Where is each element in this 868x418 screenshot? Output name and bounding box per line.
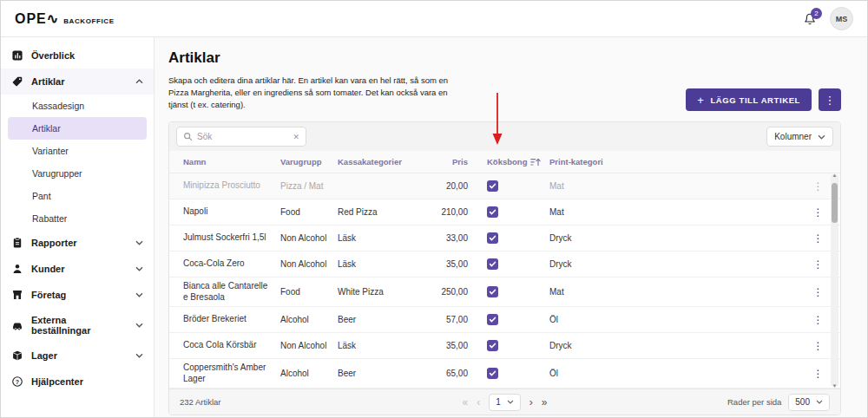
clipboard-icon — [11, 237, 23, 249]
notifications-button[interactable]: 2 — [804, 13, 816, 25]
sidebar-item-kunder[interactable]: Kunder — [1, 256, 154, 282]
kitchen-receipt-checkbox[interactable] — [487, 368, 498, 379]
kitchen-receipt-checkbox[interactable] — [487, 232, 498, 244]
page-select[interactable]: 1 — [489, 394, 521, 411]
search-box[interactable]: ✕ — [176, 127, 306, 147]
table-row[interactable]: Minipizza Prosciutto Pizza / Mat 20,00 M… — [169, 173, 840, 199]
cell-name: Minipizza Prosciutto — [183, 177, 280, 195]
cell-print-kategori: Dryck — [541, 233, 806, 243]
column-header-pris[interactable]: Pris — [418, 157, 468, 167]
cell-print-kategori: Öl — [541, 315, 806, 324]
add-article-button[interactable]: + LÄGG TILL ARTIKEL — [686, 88, 812, 111]
sidebar-item-externa-bestallningar[interactable]: Externa beställningar — [1, 308, 154, 343]
sidebar-item-varugrupper[interactable]: Varugrupper — [8, 162, 147, 185]
cell-varugrupp: Non Alcohol — [280, 259, 338, 269]
storefront-icon — [11, 289, 23, 301]
cell-print-kategori: Öl — [541, 369, 806, 378]
columns-dropdown[interactable]: Kolumner — [766, 127, 833, 147]
cell-kassakategorier: Red Pizza — [338, 207, 418, 217]
table-row[interactable]: Bröder Brekeriet Alcohol Beer 57,00 Öl ⋮ — [169, 307, 840, 333]
table-row[interactable]: Coca Cola Körsbär Non Alcohol Läsk 35,00… — [169, 333, 840, 359]
row-menu-button[interactable]: ⋮ — [806, 180, 832, 193]
page-actions-menu-button[interactable]: ⋮ — [819, 88, 841, 111]
article-count: 232 Artiklar — [180, 397, 221, 407]
cell-kassakategorier: Läsk — [338, 259, 418, 269]
articles-icon — [11, 75, 23, 88]
row-menu-button[interactable]: ⋮ — [806, 340, 832, 352]
cell-varugrupp: Non Alcohol — [280, 233, 338, 243]
sidebar-item-label: Lager — [31, 350, 57, 361]
chevron-down-icon — [135, 266, 143, 271]
scroll-down-icon[interactable]: ▼ — [831, 383, 838, 389]
chevron-down-icon — [135, 240, 143, 245]
sidebar-item-overblick[interactable]: Överblick — [1, 42, 154, 69]
cell-pris: 57,00 — [418, 315, 468, 324]
kitchen-receipt-checkbox[interactable] — [487, 314, 498, 325]
chevron-down-icon — [818, 134, 825, 140]
chevron-down-icon — [135, 323, 143, 328]
table-row[interactable]: Julmust Sockerfri 1,5l Non Alcohol Läsk … — [169, 225, 840, 251]
sidebar-item-varianter[interactable]: Varianter — [8, 140, 147, 162]
table-row[interactable]: Bianca alle Cantarelle e Bresaola Food W… — [169, 278, 840, 307]
cell-pris: 65,00 — [418, 369, 468, 378]
app-root: OΡΕ∿ BACKOFFICE 2 MS Överblick — [0, 0, 868, 418]
cell-name: Coppersmith's Amber Lager — [183, 359, 280, 388]
sidebar-item-label: Företag — [31, 290, 66, 300]
sidebar-item-label: Överblick — [31, 50, 75, 61]
cell-varugrupp: Food — [280, 207, 338, 217]
kitchen-receipt-checkbox[interactable] — [487, 180, 498, 192]
table-row[interactable]: Napoli Food Red Pizza 210,00 Mat ⋮ — [169, 199, 840, 225]
table-row[interactable]: Coppersmith's Amber Lager Alcohol Beer 6… — [169, 359, 840, 389]
column-header-print-kategori[interactable]: Print-kategori — [541, 157, 806, 167]
column-header-kassakategorier[interactable]: Kassakategorier — [338, 157, 418, 167]
cell-name: Bröder Brekeriet — [183, 310, 280, 329]
sidebar-item-artiklar[interactable]: Artiklar — [1, 69, 154, 95]
cell-pris: 33,00 — [418, 233, 468, 243]
scrollbar-thumb[interactable] — [832, 183, 838, 223]
columns-dropdown-label: Kolumner — [774, 132, 812, 141]
sidebar-item-label: Hjälpcenter — [31, 376, 83, 387]
kitchen-receipt-checkbox[interactable] — [487, 258, 498, 270]
row-menu-button[interactable]: ⋮ — [806, 232, 832, 245]
cell-pris: 250,00 — [418, 287, 468, 297]
chevron-down-icon — [816, 400, 823, 404]
row-menu-button[interactable]: ⋮ — [806, 286, 832, 298]
sidebar-item-rabatter[interactable]: Rabatter — [8, 207, 147, 230]
scroll-up-icon[interactable]: ▲ — [831, 173, 838, 178]
sidebar-item-hjalpcenter[interactable]: ? Hjälpcenter — [1, 369, 154, 395]
column-header-namn[interactable]: Namn — [183, 157, 280, 167]
table-toolbar: ✕ Kolumner — [169, 122, 840, 151]
rows-per-page-select[interactable]: 500 — [788, 394, 830, 411]
search-input[interactable] — [197, 132, 288, 141]
sidebar-item-kassadesign[interactable]: Kassadesign — [8, 95, 147, 117]
sidebar-item-lager[interactable]: Lager — [1, 343, 154, 369]
kitchen-receipt-checkbox[interactable] — [487, 286, 498, 297]
table-row[interactable]: Coca-Cola Zero Non Alcohol Läsk 35,00 Dr… — [169, 251, 840, 278]
kitchen-receipt-checkbox[interactable] — [487, 340, 498, 351]
next-page-button[interactable]: › — [529, 397, 533, 408]
row-menu-button[interactable]: ⋮ — [806, 206, 832, 219]
row-menu-button[interactable]: ⋮ — [806, 258, 832, 271]
column-header-koksbong[interactable]: Köksbong — [468, 157, 541, 167]
sidebar-item-pant[interactable]: Pant — [8, 185, 147, 207]
sidebar-item-artiklar-sub[interactable]: Artiklar — [8, 117, 147, 140]
cell-kassakategorier: White Pizza — [338, 287, 418, 297]
avatar[interactable]: MS — [830, 7, 853, 30]
sidebar-item-foretag[interactable]: Företag — [1, 282, 154, 308]
first-page-button[interactable]: « — [463, 397, 469, 408]
previous-page-button[interactable]: ‹ — [477, 397, 480, 408]
search-icon — [183, 132, 193, 141]
row-menu-button[interactable]: ⋮ — [806, 368, 832, 380]
sidebar-item-rapporter[interactable]: Rapporter — [1, 230, 154, 256]
cell-name: Coca-Cola Zero — [183, 255, 280, 273]
user-icon — [11, 263, 23, 275]
row-menu-button[interactable]: ⋮ — [806, 314, 832, 326]
clear-search-icon[interactable]: ✕ — [293, 133, 299, 141]
cell-pris: 35,00 — [418, 259, 468, 269]
cell-print-kategori: Mat — [541, 207, 806, 217]
last-page-button[interactable]: » — [542, 397, 548, 408]
box-icon — [11, 349, 23, 362]
table-scrollbar[interactable]: ▲ ▼ — [831, 174, 838, 387]
column-header-varugrupp[interactable]: Varugrupp — [280, 157, 338, 167]
kitchen-receipt-checkbox[interactable] — [487, 206, 498, 218]
